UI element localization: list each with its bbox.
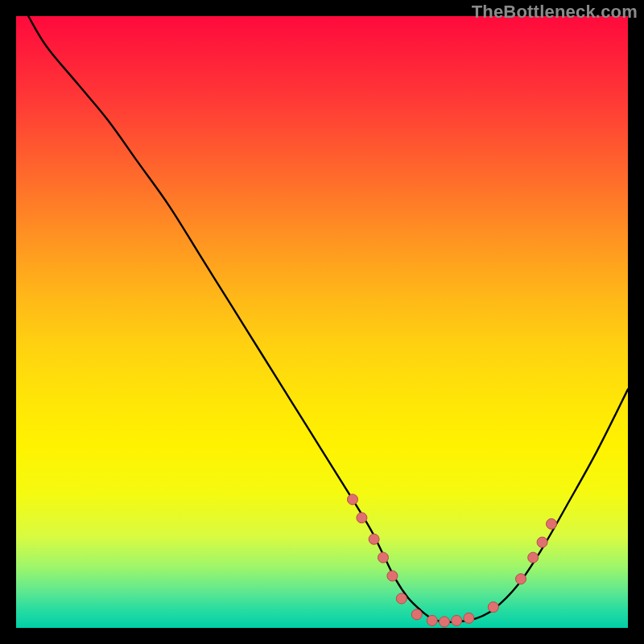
data-point [516, 574, 526, 584]
data-point [488, 602, 498, 613]
data-point [427, 615, 437, 625]
data-point [452, 615, 462, 625]
data-point [537, 537, 547, 547]
chart-frame: TheBottleneck.com [0, 0, 644, 644]
data-point [464, 613, 474, 623]
chart-overlay [16, 16, 628, 628]
data-point [378, 552, 389, 563]
data-point [369, 534, 379, 544]
data-point [411, 609, 422, 620]
data-point [440, 617, 450, 627]
data-point [547, 518, 557, 529]
data-point [348, 494, 358, 505]
data-point [528, 552, 539, 563]
bottleneck-curve [28, 16, 628, 622]
data-point [387, 571, 398, 581]
data-point [396, 593, 407, 604]
data-points-group [348, 494, 557, 627]
data-point [357, 513, 367, 523]
